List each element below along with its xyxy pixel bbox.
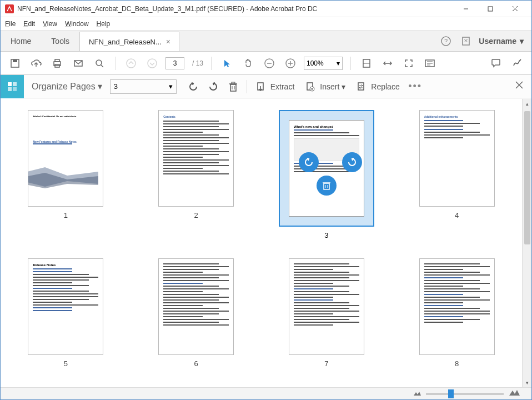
help-icon[interactable]: ? [439,34,453,48]
page-number: 6 [194,359,198,368]
thumbnail-small-icon[interactable] [413,389,421,399]
email-icon[interactable] [71,56,86,71]
page-thumbnail-4[interactable]: Additional enhancements 4 [408,110,505,239]
svg-rect-47 [358,83,364,90]
vertical-scrollbar[interactable]: ▴ ▾ [522,99,531,387]
current-page-input[interactable] [165,57,184,69]
extract-label[interactable]: Extract [270,82,295,91]
bottom-zoom-bar [1,387,531,399]
search-icon[interactable] [92,56,107,71]
print-icon[interactable] [49,56,65,71]
save-icon[interactable] [7,56,23,71]
zoom-select[interactable]: 100%▾ [304,57,343,70]
svg-rect-2 [488,7,493,11]
page-thumbnail-3[interactable]: What's new and changed 3 [278,110,375,239]
read-mode-icon[interactable] [422,56,438,71]
page-thumbnail-5[interactable]: Release Notes 5 [17,258,114,368]
separator [247,80,247,93]
delete-badge-icon[interactable] [317,176,337,196]
menu-window[interactable]: Window [65,20,89,28]
zoom-out-icon[interactable] [262,56,277,71]
replace-icon[interactable] [353,78,369,95]
organize-pages-tool-icon[interactable] [1,75,24,98]
rotate-left-badge-icon[interactable] [299,152,319,172]
page-up-icon[interactable] [123,56,139,71]
menu-file[interactable]: File [5,20,16,28]
page-range-select[interactable]: 3 ▾ [110,79,177,94]
pointer-tool-icon[interactable] [219,56,235,71]
page-thumbnail-1[interactable]: Adobe® Confidential. Do not redistribute… [17,110,114,239]
chevron-down-icon: ▾ [98,81,102,92]
svg-rect-50 [324,183,329,189]
menu-help[interactable]: Help [97,20,111,28]
chevron-down-icon: ▾ [342,82,345,91]
title-bar: NFN_and_ReleaseNotes_Acrobat_DC_Beta_Upd… [1,1,531,17]
cloud-upload-icon[interactable] [28,56,44,71]
notifications-icon[interactable] [459,34,473,48]
tab-tools[interactable]: Tools [41,31,79,51]
separator [211,57,212,70]
tab-document-label: NFN_and_ReleaseN... [89,38,162,46]
scroll-down-icon[interactable]: ▾ [523,378,531,387]
fit-width-icon[interactable] [380,56,395,71]
main-toolbar: / 13 100%▾ [1,52,531,75]
username-menu[interactable]: Username ▾ [479,37,524,46]
hand-tool-icon[interactable] [240,56,256,71]
scroll-up-icon[interactable]: ▴ [523,99,531,108]
page-thumbnail-6[interactable]: 6 [148,258,245,368]
rotate-right-icon[interactable] [205,78,222,95]
svg-line-18 [101,65,103,67]
svg-point-17 [96,60,102,66]
page-number: 8 [455,359,459,368]
tab-close-icon[interactable]: × [166,37,170,46]
thumbnail-large-icon[interactable] [508,389,520,399]
extract-icon[interactable] [252,78,269,95]
more-options-icon[interactable]: ••• [407,78,424,95]
scrollbar-thumb[interactable] [524,111,530,244]
comment-icon[interactable] [488,56,504,71]
rotate-right-badge-icon[interactable] [342,152,362,172]
replace-label[interactable]: Replace [371,82,399,91]
thumbnail-size-slider[interactable] [426,393,504,395]
menu-view[interactable]: View [43,20,57,28]
page-thumbnail-7[interactable]: 7 [278,258,375,368]
svg-rect-35 [8,87,12,91]
chevron-down-icon: ▾ [337,59,340,67]
pages-grid-area: Adobe® Confidential. Do not redistribute… [1,99,522,387]
fullscreen-icon[interactable] [401,56,416,71]
page-number: 7 [324,359,328,368]
main-tab-row: Home Tools NFN_and_ReleaseN... × ? Usern… [1,31,531,52]
close-button[interactable] [503,1,527,17]
sign-icon[interactable] [509,56,525,71]
page-thumbnail-8[interactable]: 8 [408,258,505,368]
organize-pages-title[interactable]: Organize Pages ▾ [24,81,110,92]
tab-home[interactable]: Home [1,31,41,51]
page-number: 3 [324,231,328,239]
tab-document[interactable]: NFN_and_ReleaseN... × [79,32,179,51]
svg-text:?: ? [444,38,448,44]
rotate-left-icon[interactable] [185,78,202,95]
svg-rect-41 [232,82,235,84]
chevron-down-icon: ▾ [520,37,524,46]
slider-knob[interactable] [448,389,454,398]
svg-rect-14 [55,59,59,62]
fit-page-icon[interactable] [359,56,374,71]
close-organize-icon[interactable] [515,81,524,92]
svg-rect-11 [13,59,17,62]
page-number: 1 [64,211,68,219]
page-number: 2 [194,211,198,219]
content-area: Adobe® Confidential. Do not redistribute… [1,99,531,387]
svg-point-20 [148,59,157,68]
delete-icon[interactable] [225,78,242,95]
page-down-icon[interactable] [144,56,160,71]
page-thumbnail-2[interactable]: Contents 2 [148,110,245,239]
insert-label[interactable]: Insert▾ [320,82,345,91]
insert-icon[interactable] [302,78,318,95]
menu-bar: File Edit View Window Help [1,17,531,31]
zoom-in-icon[interactable] [283,56,298,71]
menu-edit[interactable]: Edit [23,20,35,28]
page-number: 5 [64,359,68,368]
maximize-button[interactable] [478,1,503,17]
minimize-button[interactable] [454,1,478,17]
page-total-label: / 13 [192,59,203,67]
